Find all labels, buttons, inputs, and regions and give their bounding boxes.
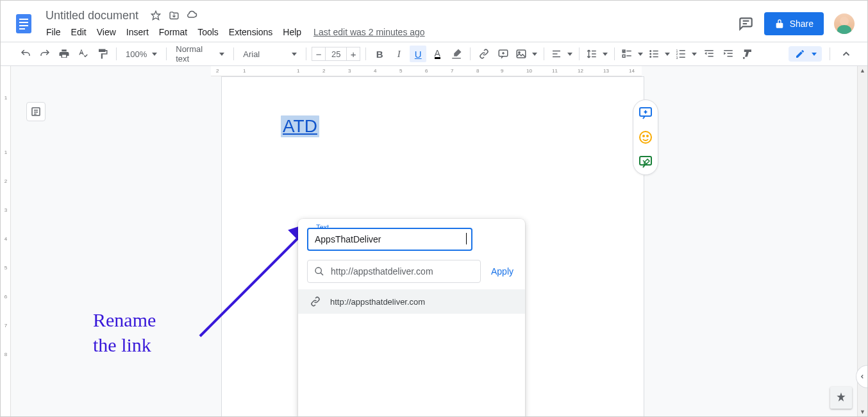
text-color-button[interactable]: A [429, 46, 446, 62]
font-size-decrease[interactable]: − [312, 47, 326, 61]
explore-button[interactable] [830, 387, 852, 409]
svg-point-21 [650, 50, 652, 52]
svg-rect-0 [16, 14, 31, 33]
add-comment-side-button[interactable] [638, 105, 653, 121]
svg-rect-24 [653, 51, 658, 52]
svg-rect-32 [680, 57, 685, 58]
svg-point-48 [640, 132, 651, 143]
share-button[interactable]: Share [764, 12, 824, 35]
bold-button[interactable]: B [371, 46, 388, 62]
svg-point-50 [647, 135, 648, 137]
side-action-bar [633, 99, 658, 175]
line-spacing-dropdown[interactable] [585, 46, 609, 62]
zoom-value: 100% [126, 49, 147, 59]
collapse-toolbar-button[interactable] [838, 46, 855, 62]
spellcheck-button[interactable] [75, 46, 92, 62]
svg-rect-1 [19, 19, 28, 20]
svg-rect-31 [680, 53, 685, 55]
svg-rect-26 [653, 56, 658, 58]
svg-rect-30 [680, 50, 685, 51]
bulleted-list-dropdown[interactable] [647, 46, 671, 62]
text-cursor [466, 233, 467, 244]
outline-button[interactable] [26, 102, 46, 121]
svg-text:3: 3 [676, 56, 678, 60]
move-icon[interactable] [168, 10, 179, 21]
horizontal-ruler[interactable]: 2 1 1 2 3 4 5 6 7 8 9 10 11 12 13 14 [211, 66, 642, 76]
link-editor-popup: Text http://appsthatdeliver.com Apply [298, 219, 525, 416]
numbered-list-dropdown[interactable]: 123 [674, 46, 698, 62]
add-comment-button[interactable] [495, 46, 512, 62]
svg-rect-35 [708, 56, 714, 57]
print-button[interactable] [56, 46, 72, 62]
suggestion-text: http://appsthatdeliver.com [330, 297, 425, 307]
align-dropdown[interactable] [549, 46, 574, 62]
hyperlink-text[interactable]: ATD [281, 115, 319, 137]
last-edit-link[interactable]: Last edit was 2 minutes ago [313, 27, 425, 37]
menubar: File Edit View Insert Format Tools Exten… [42, 24, 737, 40]
insert-image-dropdown[interactable] [514, 46, 538, 62]
style-dropdown[interactable]: Normal text [172, 46, 228, 62]
svg-rect-33 [705, 50, 714, 51]
svg-rect-4 [19, 28, 25, 30]
menu-tools[interactable]: Tools [193, 26, 223, 38]
checklist-dropdown[interactable] [620, 46, 644, 62]
toolbar: 100% Normal text Arial − 25 + B I U A 12… [1, 42, 867, 66]
annotation-text: Rename the link [93, 307, 156, 357]
underline-button[interactable]: U [410, 46, 426, 62]
italic-button[interactable]: I [390, 46, 407, 62]
undo-button[interactable] [17, 46, 34, 62]
menu-file[interactable]: File [42, 26, 65, 38]
menu-help[interactable]: Help [278, 26, 306, 38]
font-size-increase[interactable]: + [346, 47, 360, 61]
search-icon [314, 266, 324, 277]
link-text-input[interactable] [307, 228, 472, 251]
highlight-button[interactable] [448, 46, 465, 62]
svg-rect-34 [708, 53, 714, 55]
svg-marker-5 [151, 11, 160, 19]
link-icon [310, 296, 321, 307]
increase-indent-button[interactable] [720, 46, 737, 62]
menu-insert[interactable]: Insert [122, 26, 153, 38]
redo-button[interactable] [37, 46, 53, 62]
zoom-dropdown[interactable]: 100% [122, 46, 161, 62]
menu-edit[interactable]: Edit [67, 26, 91, 38]
link-url-input[interactable]: http://appsthatdeliver.com [307, 260, 481, 283]
svg-point-22 [650, 53, 652, 55]
decrease-indent-button[interactable] [701, 46, 717, 62]
cloud-status-icon[interactable] [186, 10, 197, 21]
svg-point-49 [643, 135, 644, 137]
vertical-ruler: 1 1 2 3 4 5 6 7 8 [1, 66, 11, 416]
editing-mode-dropdown[interactable] [789, 46, 822, 62]
paint-format-button[interactable] [94, 46, 111, 62]
docs-logo[interactable] [11, 11, 37, 37]
svg-line-55 [321, 273, 323, 275]
svg-point-23 [650, 56, 652, 58]
svg-rect-25 [653, 53, 658, 55]
doc-title[interactable]: Untitled document [42, 9, 142, 22]
vertical-scrollbar[interactable] [857, 66, 867, 416]
font-dropdown[interactable]: Arial [239, 46, 301, 62]
clear-formatting-button[interactable] [739, 46, 756, 62]
comments-icon[interactable] [737, 15, 754, 32]
svg-rect-37 [724, 50, 733, 51]
svg-rect-38 [728, 53, 733, 55]
link-suggestion[interactable]: http://appsthatdeliver.com [298, 289, 525, 314]
account-avatar[interactable] [834, 13, 855, 34]
insert-link-button[interactable] [476, 46, 492, 62]
font-value: Arial [243, 49, 260, 59]
share-label: Share [790, 19, 814, 29]
svg-rect-2 [19, 22, 28, 23]
svg-point-10 [519, 52, 520, 53]
menu-view[interactable]: View [92, 26, 121, 38]
apply-button[interactable]: Apply [488, 262, 516, 280]
star-icon[interactable] [150, 10, 162, 21]
emoji-reaction-button[interactable] [638, 130, 653, 145]
menu-format[interactable]: Format [154, 26, 192, 38]
menu-extensions[interactable]: Extensions [224, 26, 277, 38]
style-value: Normal text [176, 44, 214, 64]
link-url-value: http://appsthatdeliver.com [331, 266, 433, 277]
suggest-edits-button[interactable] [638, 154, 653, 169]
svg-point-54 [315, 268, 321, 273]
svg-rect-19 [623, 55, 626, 58]
font-size-input[interactable]: 25 [326, 47, 346, 61]
